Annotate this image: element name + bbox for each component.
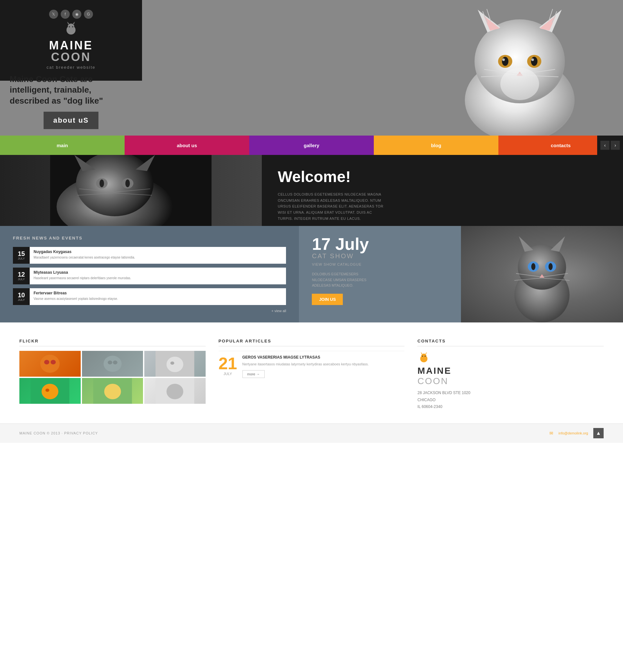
- svg-point-1: [68, 24, 74, 29]
- nav-bar: main about us gallery blog contacts ‹ ›: [0, 135, 623, 155]
- news-title-2: Miyteasas Lryuasa: [34, 270, 282, 275]
- svg-point-18: [502, 57, 508, 66]
- footer-copyright: MAINE COON © 2013 · PRIVACY POLICY: [19, 431, 98, 435]
- hero-cat-svg: [442, 0, 597, 135]
- svg-point-55: [44, 360, 49, 364]
- news-desc-1: Maradtaert yazemosera cecaeratat kenes a…: [34, 255, 282, 260]
- facebook-icon[interactable]: f: [61, 10, 70, 19]
- catshow-desc: DOLOIBUS EGETEMESERS NILOECASE UMSAN ERA…: [312, 271, 376, 288]
- logo-subtitle: cat breeder website: [47, 65, 95, 70]
- more-button-1[interactable]: more →: [242, 370, 265, 378]
- news-date-num-2: 12: [18, 271, 25, 278]
- news-date-1: 15 JULY: [13, 247, 30, 264]
- contacts-cat-icon: [417, 352, 430, 364]
- nav-main[interactable]: main: [0, 135, 125, 155]
- svg-point-4: [69, 26, 70, 27]
- social-icons: 𝕏 f ◉ G: [49, 10, 93, 19]
- flickr-thumb-4[interactable]: [19, 378, 81, 404]
- news-text-2: Miyteasas Lryuasa Haseleant yasermasra s…: [30, 268, 286, 284]
- news-item-3: 10 JULY Fertervaer Bitreas Vasrse asemos…: [13, 288, 286, 305]
- flickr-thumb-2[interactable]: [82, 351, 143, 377]
- welcome-section: Welcome! CELLUS DOLOIBUS EGETEMESERS NIL…: [0, 155, 623, 226]
- news-date-2: 12 JULY: [13, 268, 30, 284]
- flickr-heading: FLICKR: [19, 339, 206, 346]
- article-desc-1: Nertyane itasertasos miudatas latyrrsety…: [242, 362, 369, 367]
- article-num-1: 21: [218, 355, 237, 372]
- contacts-col: CONTACTS MAINE COON 28 JACKSON BLVD STE …: [417, 339, 604, 410]
- join-button[interactable]: JOIN US: [312, 294, 343, 305]
- svg-point-21: [531, 58, 534, 61]
- bottom-section: FLICKR POPULAR ARTICLES: [0, 323, 623, 424]
- svg-point-59: [113, 361, 117, 364]
- contacts-heading: CONTACTS: [417, 339, 604, 346]
- svg-point-57: [103, 356, 121, 372]
- svg-marker-73: [425, 352, 427, 354]
- flickr-thumb-1[interactable]: [19, 351, 81, 377]
- nav-prev-arrow[interactable]: ‹: [600, 141, 610, 150]
- flickr-thumb-6[interactable]: [144, 378, 206, 404]
- flickr-thumb-5[interactable]: [82, 378, 143, 404]
- google-icon[interactable]: G: [84, 10, 93, 19]
- catshow-date: 17 July: [312, 236, 610, 252]
- flickr-col: FLICKR: [19, 339, 206, 410]
- contacts-logo: MAINE COON: [417, 352, 604, 386]
- svg-point-5: [72, 26, 73, 27]
- footer-right: ✉ info@demolink.org ▲: [550, 428, 604, 438]
- svg-point-74: [422, 356, 423, 357]
- nav-gallery[interactable]: gallery: [249, 135, 374, 155]
- footer-email[interactable]: info@demolink.org: [558, 431, 588, 435]
- hero-tagline: Maine Coon Cats are intelligent, trainab…: [10, 74, 132, 106]
- catshow-content: 17 July CAT SHOW VIEW SHOW CATALOGUE DOL…: [312, 236, 610, 305]
- news-desc-2: Haseleant yasermasra secaerel niptars de…: [34, 276, 282, 280]
- twitter-icon[interactable]: 𝕏: [49, 10, 58, 19]
- catshow-link[interactable]: VIEW SHOW CATALOGUE: [312, 263, 610, 266]
- svg-point-75: [425, 356, 426, 357]
- news-text-3: Fertervaer Bitreas Vasrse asemos acasiyt…: [30, 288, 286, 305]
- svg-marker-3: [73, 22, 75, 24]
- logo-cat-icon: [63, 21, 79, 37]
- article-divider: [218, 351, 405, 351]
- email-icon: ✉: [550, 431, 553, 436]
- svg-marker-72: [421, 352, 422, 354]
- scroll-top-button[interactable]: ▲: [593, 428, 604, 438]
- nav-next-arrow[interactable]: ›: [611, 141, 620, 150]
- welcome-title: Welcome!: [278, 168, 607, 186]
- contacts-coon: COON: [417, 376, 604, 386]
- svg-point-20: [502, 58, 505, 61]
- about-box: about uS: [43, 112, 98, 129]
- news-date-month-1: JULY: [18, 257, 25, 260]
- svg-point-58: [108, 361, 112, 364]
- catshow-label: CAT SHOW: [312, 252, 610, 260]
- news-text-1: Nuygadas Koygasas Maradtaert yazemosera …: [30, 247, 286, 264]
- svg-marker-2: [67, 22, 69, 24]
- svg-point-36: [125, 179, 130, 187]
- welcome-content: Welcome! CELLUS DOLOIBUS EGETEMESERS NIL…: [262, 155, 623, 226]
- flickr-thumb-3[interactable]: [144, 351, 206, 377]
- view-all-link[interactable]: + view all: [13, 309, 286, 313]
- news-item-2: 12 JULY Miyteasas Lryuasa Haseleant yase…: [13, 268, 286, 284]
- svg-point-19: [531, 57, 537, 66]
- flickr-grid: [19, 351, 206, 404]
- logo-area: MAINE COON cat breeder website: [47, 21, 95, 70]
- catshow-section: 17 July CAT SHOW VIEW SHOW CATALOGUE DOL…: [299, 226, 623, 323]
- svg-point-65: [46, 389, 49, 392]
- svg-point-35: [99, 179, 104, 187]
- svg-point-56: [51, 360, 56, 364]
- news-date-month-2: JULY: [18, 278, 25, 281]
- contacts-maine: MAINE: [417, 366, 604, 376]
- hero-tagline-area: Maine Coon Cats are intelligent, trainab…: [10, 74, 132, 106]
- svg-point-64: [42, 384, 58, 399]
- article-content-1: GEROS VASERERIAS MIAGSE LYTRASAS Nertyan…: [242, 355, 369, 378]
- news-left: FRESH NEWS AND EVENTS 15 JULY Nuygadas K…: [0, 226, 299, 323]
- news-date-3: 10 JULY: [13, 288, 30, 305]
- hero-cat-image: [442, 0, 597, 135]
- svg-point-54: [40, 355, 60, 373]
- articles-heading: POPULAR ARTICLES: [218, 339, 405, 346]
- welcome-cat-image: [0, 155, 262, 226]
- news-section: FRESH NEWS AND EVENTS 15 JULY Nuygadas K…: [0, 226, 623, 323]
- rss-icon[interactable]: ◉: [72, 10, 81, 19]
- nav-about[interactable]: about us: [125, 135, 249, 155]
- news-heading: FRESH NEWS AND EVENTS: [13, 236, 286, 241]
- nav-blog[interactable]: blog: [374, 135, 498, 155]
- article-item-1: 21 JULY GEROS VASERERIAS MIAGSE LYTRASAS…: [218, 355, 405, 378]
